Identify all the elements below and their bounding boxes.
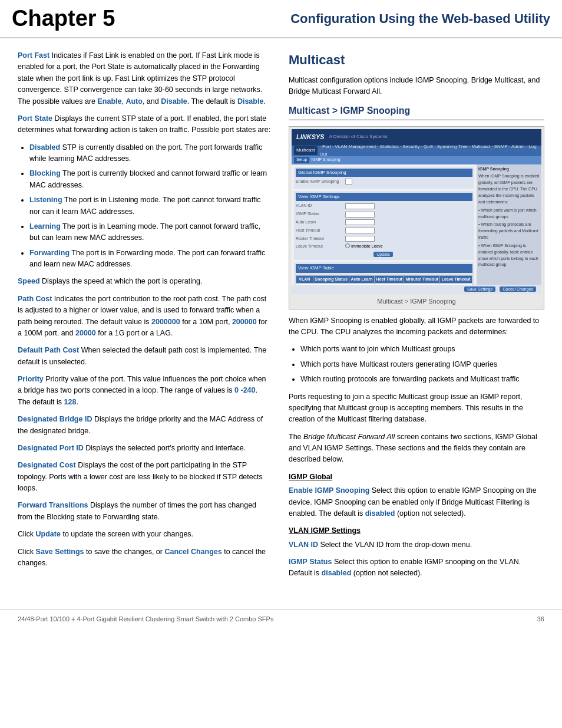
mock-row: VLAN ID [296, 203, 472, 209]
mock-input [345, 236, 375, 242]
mock-logo: LINKSYS [296, 132, 325, 142]
page-header: Chapter 5 Configuration Using the Web-ba… [0, 0, 562, 38]
list-item: Learning The port is in Learning mode. T… [29, 221, 271, 244]
list-item: Forwarding The port is in Forwarding mod… [29, 248, 271, 271]
mock-radio-group: Immediate Leave [345, 243, 383, 250]
mock-input [345, 212, 375, 218]
bridge-para: The Bridge Multicast Forward All screen … [289, 431, 544, 466]
mock-input [345, 228, 375, 233]
page-body: Port Fast Indicates if Fast Link is enab… [0, 38, 562, 597]
priority-para: Priority Priority value of the port. Thi… [18, 374, 271, 408]
footer-right: 36 [537, 615, 544, 622]
designated-bridge-id-term: Designated Bridge ID [18, 415, 92, 423]
list-item: Which ports have Multicast routers gener… [300, 359, 544, 370]
mock-update-btn-wrap: Update [296, 252, 472, 258]
mock-sub-nav: Setup IGMP Snooping [292, 156, 541, 164]
list-item: Which routing protocols are forwarding p… [300, 374, 544, 385]
mock-col-autolearn: Auto Learn [349, 275, 375, 284]
mock-row: Leave Timeout Immediate Leave [296, 243, 472, 250]
mock-radio [345, 243, 350, 248]
mock-info-text3: • Which routing protocols are forwarding… [478, 222, 540, 241]
mock-body: Global IGMP Snooping Enable IGMP Snoopin… [292, 164, 541, 285]
mock-main-content: Global IGMP Snooping Enable IGMP Snoopin… [292, 164, 477, 285]
list-item: Blocking The port is currently blocked a… [29, 168, 271, 191]
right-column: Multicast Multicast configuration option… [289, 50, 544, 585]
list-item: Disabled STP is currently disabled on th… [29, 142, 271, 165]
igmp-global-header: IGMP Global [289, 472, 544, 483]
mock-radio-label: Immediate Leave [351, 243, 383, 250]
list-item: Which ports want to join which Multicast… [300, 344, 544, 355]
mock-col-mrouter: Mrouter Timeout [404, 275, 440, 284]
mock-checkbox [345, 179, 352, 185]
mock-row: Router Timeout [296, 236, 472, 242]
mock-data-table: VLAN Snooping Status Auto Learn Host Tim… [296, 275, 472, 285]
mock-footer: Save Settings Cancel Changes [292, 285, 541, 294]
mock-vlan-section: View IGMP Settings VLAN ID IGMP Status [294, 191, 474, 260]
multicast-intro: Multicast configuration options include … [289, 75, 544, 98]
multicast-section-title: Multicast [289, 50, 544, 70]
list-item: Listening The port is in Listening mode.… [29, 195, 271, 218]
mock-table-title: View IGMP Table [296, 264, 472, 272]
igmp-snooping-subsection-title: Multicast > IGMP Snooping [289, 104, 544, 120]
igmp-bullet-list: Which ports want to join which Multicast… [300, 344, 544, 385]
mock-table-section: View IGMP Table VLAN Snooping Status Aut… [294, 262, 474, 284]
mock-col-vlanid: VLAN [296, 275, 313, 284]
chapter-subtitle: Configuration Using the Web-based Utilit… [127, 11, 550, 27]
mock-label: Leave Timeout [296, 243, 343, 250]
igmp-status-para: IGMP Status Select this option to enable… [289, 556, 544, 579]
mock-info-text2: • Which ports want to join which multica… [478, 207, 540, 220]
mock-section-title: Global IGMP Snooping [296, 169, 472, 177]
mock-label: Auto Learn [296, 219, 343, 226]
enable-igmp-term: Enable IGMP Snooping [289, 486, 369, 495]
screenshot-container: LINKSYS A Division of Cisco Systems Mult… [289, 126, 544, 309]
screenshot-image: LINKSYS A Division of Cisco Systems Mult… [292, 129, 541, 294]
speed-term: Speed [18, 277, 40, 285]
left-column: Port Fast Indicates if Fast Link is enab… [18, 50, 271, 585]
mock-cancel-btn[interactable]: Cancel Changes [500, 286, 536, 292]
mock-label: IGMP Status [296, 211, 343, 218]
mock-label: Host Timeout [296, 228, 343, 234]
designated-port-id-term: Designated Port ID [18, 444, 84, 452]
mock-subnav-igmp: IGMP Snooping [311, 157, 340, 163]
mock-info-text: When IGMP Snooping is enabled globally, … [478, 173, 540, 205]
click-save-para: Click Save Settings to save the changes,… [18, 546, 271, 569]
ports-para: Ports requesting to join a specific Mult… [289, 391, 544, 426]
port-fast-para: Port Fast Indicates if Fast Link is enab… [18, 50, 271, 107]
vlan-igmp-header: VLAN IGMP Settings [289, 525, 544, 536]
vlan-id-para: VLAN ID Select the VLAN ID from the drop… [289, 539, 544, 551]
port-fast-term: Port Fast [18, 51, 49, 60]
mock-row: Auto Learn [296, 219, 472, 226]
page-footer: 24/48-Port 10/100 + 4-Port Gigabit Resil… [0, 609, 562, 628]
forward-transitions-para: Forward Transitions Displays the number … [18, 500, 271, 523]
vlan-id-term: VLAN ID [289, 541, 318, 549]
chapter-title: Chapter 5 [12, 6, 115, 31]
priority-term: Priority [18, 375, 44, 383]
mock-save-btn[interactable]: Save Settings [464, 286, 495, 292]
screenshot-caption: Multicast > IGMP Snooping [292, 297, 541, 307]
mock-label: VLAN ID [296, 203, 343, 209]
mock-nav-multicast: Multicast [294, 146, 318, 154]
mock-input [345, 219, 375, 225]
mock-vlan-title: View IGMP Settings [296, 193, 472, 201]
igmp-when-para: When IGMP Snooping is enabled globally, … [289, 315, 544, 338]
mock-row: IGMP Status [296, 211, 472, 218]
port-state-term: Port State [18, 114, 52, 123]
forward-transitions-term: Forward Transitions [18, 501, 88, 509]
mock-input [345, 203, 375, 209]
designated-cost-term: Designated Cost [18, 461, 76, 469]
footer-left: 24/48-Port 10/100 + 4-Port Gigabit Resil… [18, 615, 273, 622]
mock-info-text4: • When IGMP Snooping is enabled globally… [478, 243, 540, 268]
mock-subtitle: A Division of Cisco Systems [329, 133, 388, 140]
designated-bridge-id-para: Designated Bridge ID Displays the bridge… [18, 414, 271, 437]
path-cost-para: Path Cost Indicates the port contributio… [18, 294, 271, 340]
mock-info-panel: IGMP Snooping When IGMP Snooping is enab… [477, 164, 541, 285]
igmp-status-term: IGMP Status [289, 558, 332, 566]
speed-para: Speed Displays the speed at which the po… [18, 276, 271, 287]
mock-label: Router Timeout [296, 236, 343, 242]
mock-row: Host Timeout [296, 228, 472, 234]
mock-label: Enable IGMP Snooping [296, 179, 343, 185]
mock-info-title: IGMP Snooping [478, 166, 540, 173]
mock-update-btn[interactable]: Update [373, 252, 393, 257]
mock-top-nav: Multicast · Port · VLAN Management · Sta… [292, 146, 541, 156]
mock-subnav-setup: Setup [294, 157, 309, 163]
